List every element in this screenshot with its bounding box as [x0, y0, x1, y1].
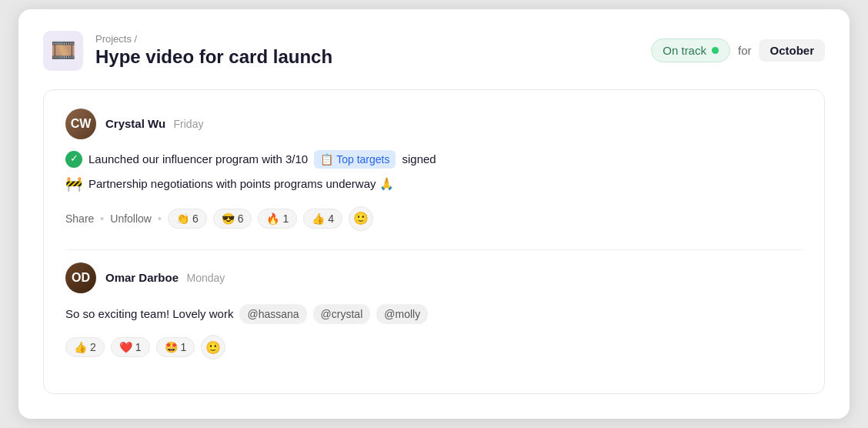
line1-text-before: Launched our influencer program with 3/1…	[88, 150, 308, 169]
fire-emoji: 🔥	[266, 212, 279, 225]
post-header-crystal: CW Crystal Wu Friday	[65, 109, 803, 139]
add-reaction-button[interactable]: 🙂	[349, 206, 373, 231]
post-header-omar: OD Omar Darboe Monday	[65, 262, 803, 293]
fire-count: 1	[282, 212, 289, 225]
heart-omar-count: 1	[135, 341, 142, 353]
top-targets-link[interactable]: 📋 Top targets	[314, 150, 396, 169]
heart-omar-emoji: ❤️	[119, 341, 132, 353]
reaction-starstruck-omar[interactable]: 🤩 1	[156, 337, 195, 357]
starstruck-count: 1	[181, 341, 187, 353]
post-body-omar: So so exciting team! Lovely work @hassan…	[65, 304, 803, 324]
post-day-omar: Monday	[187, 272, 225, 284]
post-actions-crystal: Share • Unfollow • 👏 6 😎 6 🔥 1 👍	[65, 206, 803, 231]
cool-emoji: 😎	[222, 212, 235, 225]
author-line: Crystal Wu Friday	[105, 117, 203, 131]
reaction-thumbs[interactable]: 👍 4	[303, 209, 342, 229]
header-right: On track for October	[651, 38, 825, 62]
header: 🎞️ Projects / Hype video for card launch…	[43, 31, 825, 71]
breadcrumb: Projects /	[95, 33, 332, 45]
avatar-omar: OD	[65, 262, 96, 293]
project-icon: 🎞️	[43, 31, 83, 71]
mention-molly[interactable]: @molly	[376, 304, 428, 324]
list-icon: 📋	[320, 151, 333, 168]
post-body-crystal: ✓ Launched our influencer program with 3…	[65, 150, 803, 196]
author-name-crystal: Crystal Wu	[105, 117, 165, 130]
main-card: 🎞️ Projects / Hype video for card launch…	[18, 9, 850, 420]
clap-count: 6	[192, 212, 199, 225]
check-icon: ✓	[65, 151, 82, 168]
month-badge: October	[759, 39, 825, 62]
thumbs-count: 4	[328, 212, 334, 225]
dot-2: •	[158, 212, 162, 225]
construction-icon: 🚧	[65, 173, 82, 196]
post-actions-omar: 👍 2 ❤️ 1 🤩 1 🙂	[65, 335, 803, 359]
share-link[interactable]: Share	[65, 212, 94, 225]
header-titles: Projects / Hype video for card launch	[95, 33, 332, 68]
mention-hassana[interactable]: @hassana	[239, 304, 306, 324]
clap-emoji: 👏	[176, 212, 189, 225]
feed-card: CW Crystal Wu Friday ✓ Launched our infl…	[43, 89, 825, 395]
add-reaction-button-omar[interactable]: 🙂	[201, 335, 225, 359]
for-label: for	[738, 44, 752, 57]
author-line-omar: Omar Darboe Monday	[105, 271, 225, 285]
mention-crystal[interactable]: @crystal	[313, 304, 371, 324]
unfollow-link[interactable]: Unfollow	[110, 212, 152, 225]
reaction-thumbs-omar[interactable]: 👍 2	[65, 337, 105, 357]
thumbs-omar-count: 2	[90, 341, 96, 353]
thumbs-omar-emoji: 👍	[74, 341, 87, 353]
smiley-icon-omar: 🙂	[205, 340, 221, 355]
dot-1: •	[100, 212, 104, 225]
reaction-fire[interactable]: 🔥 1	[258, 209, 297, 229]
status-dot	[712, 47, 719, 54]
line2-text: Partnership negotiations with points pro…	[88, 175, 394, 193]
starstruck-emoji: 🤩	[165, 341, 178, 353]
omar-message-line: So so exciting team! Lovely work @hassan…	[65, 304, 803, 324]
post-divider	[65, 249, 803, 250]
post-line-2: 🚧 Partnership negotiations with points p…	[65, 173, 803, 196]
author-name-omar: Omar Darboe	[105, 271, 179, 284]
avatar-crystal: CW	[65, 109, 96, 139]
post-omar: OD Omar Darboe Monday So so exciting tea…	[65, 262, 803, 359]
status-label: On track	[663, 44, 706, 57]
post-line-1: ✓ Launched our influencer program with 3…	[65, 150, 803, 169]
omar-message: So so exciting team! Lovely work	[65, 305, 233, 323]
post-crystal: CW Crystal Wu Friday ✓ Launched our infl…	[65, 109, 803, 231]
cool-count: 6	[238, 212, 244, 225]
post-day-crystal: Friday	[174, 118, 204, 130]
reaction-cool[interactable]: 😎 6	[213, 209, 252, 229]
header-left: 🎞️ Projects / Hype video for card launch	[43, 31, 332, 71]
project-title: Hype video for card launch	[95, 46, 332, 68]
line1-text-after: signed	[402, 150, 436, 169]
top-targets-label: Top targets	[336, 151, 389, 168]
reaction-clap[interactable]: 👏 6	[168, 209, 207, 229]
smiley-icon: 🙂	[353, 211, 369, 226]
status-badge: On track	[651, 38, 730, 62]
reaction-heart-omar[interactable]: ❤️ 1	[111, 337, 150, 357]
thumbs-emoji: 👍	[312, 212, 325, 225]
